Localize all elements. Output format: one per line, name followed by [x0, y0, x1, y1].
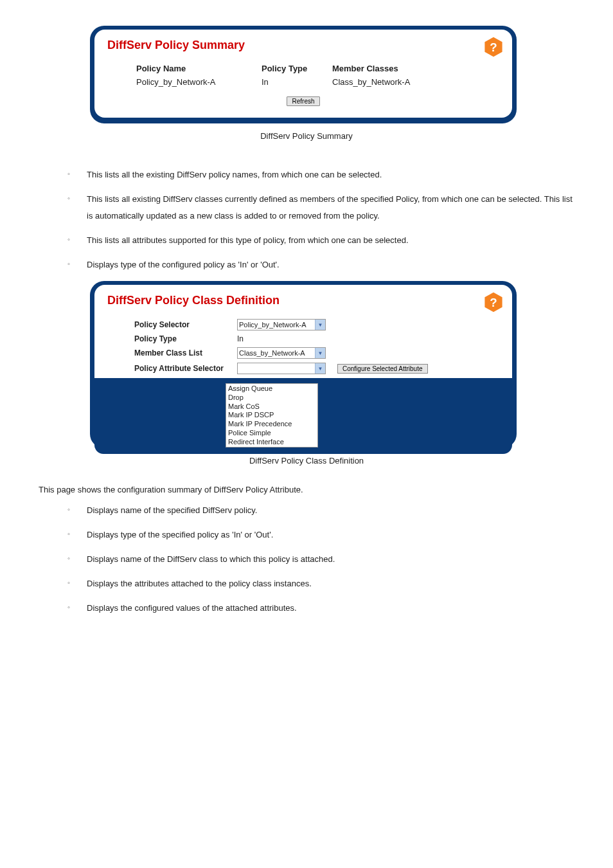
- list-item: Displays name of the specified DiffServ …: [67, 502, 574, 519]
- figure-caption: DiffServ Policy Summary: [39, 131, 574, 141]
- member-class-dropdown[interactable]: Class_by_Network-A ▼: [237, 347, 326, 359]
- col-value-policy-name: Policy_by_Network-A: [136, 77, 262, 87]
- svg-text:?: ?: [490, 296, 497, 309]
- policy-type-value: In: [237, 334, 244, 343]
- description-list-1: This lists all the existing DiffServ pol…: [67, 167, 574, 273]
- help-icon[interactable]: ?: [483, 291, 504, 313]
- description-list-2: Displays name of the specified DiffServ …: [67, 502, 574, 617]
- col-value-member-classes: Class_by_Network-A: [332, 77, 441, 87]
- section-intro: This page shows the configuration summar…: [39, 485, 574, 494]
- list-item: Displays type of the configured policy a…: [67, 257, 574, 273]
- figure-caption: DiffServ Policy Class Definition: [39, 456, 574, 466]
- col-header-member-classes: Member Classes: [332, 64, 441, 73]
- chevron-down-icon: ▼: [315, 320, 325, 330]
- dropdown-option[interactable]: Redirect Interface: [228, 438, 315, 447]
- policy-attribute-options-list[interactable]: Assign Queue Drop Mark CoS Mark IP DSCP …: [226, 383, 318, 448]
- chevron-down-icon: ▼: [315, 363, 325, 374]
- list-item: Displays the configured values of the at…: [67, 600, 574, 617]
- dropdown-option[interactable]: Police Simple: [228, 429, 315, 438]
- policy-type-label: Policy Type: [134, 334, 237, 343]
- list-item: This lists all the existing DiffServ pol…: [67, 167, 574, 183]
- policy-attribute-selector-label: Policy Attribute Selector: [134, 364, 237, 373]
- dropdown-option[interactable]: Drop: [228, 393, 315, 402]
- policy-class-definition-panel: DiffServ Policy Class Definition ? Polic…: [90, 281, 517, 448]
- list-item: Displays name of the DiffServ class to w…: [67, 551, 574, 568]
- dropdown-option[interactable]: Assign Queue: [228, 384, 315, 393]
- col-header-policy-type: Policy Type: [262, 64, 332, 73]
- help-icon[interactable]: ?: [483, 36, 504, 58]
- svg-text:?: ?: [490, 41, 497, 54]
- col-value-policy-type: In: [262, 77, 332, 87]
- col-header-policy-name: Policy Name: [136, 64, 262, 73]
- configure-selected-attribute-button[interactable]: Configure Selected Attribute: [337, 364, 428, 374]
- refresh-button[interactable]: Refresh: [287, 96, 319, 106]
- list-item: Displays type of the specified policy as…: [67, 527, 574, 543]
- policy-summary-panel: DiffServ Policy Summary ? Policy Name Po…: [90, 26, 517, 123]
- dropdown-option[interactable]: Mark IP Precedence: [228, 420, 315, 429]
- list-item: This lists all attributes supported for …: [67, 232, 574, 249]
- policy-attribute-selector-dropdown[interactable]: ▼: [237, 363, 326, 374]
- panel-title: DiffServ Policy Class Definition: [107, 294, 499, 307]
- chevron-down-icon: ▼: [315, 348, 325, 358]
- member-class-list-label: Member Class List: [134, 348, 237, 357]
- policy-selector-label: Policy Selector: [134, 320, 237, 329]
- panel-title: DiffServ Policy Summary: [107, 39, 499, 52]
- policy-selector-dropdown[interactable]: Policy_by_Network-A ▼: [237, 319, 326, 330]
- list-item: This lists all existing DiffServ classes…: [67, 191, 574, 224]
- dropdown-option[interactable]: Mark CoS: [228, 402, 315, 411]
- dropdown-option[interactable]: Mark IP DSCP: [228, 411, 315, 420]
- list-item: Displays the attributes attached to the …: [67, 575, 574, 592]
